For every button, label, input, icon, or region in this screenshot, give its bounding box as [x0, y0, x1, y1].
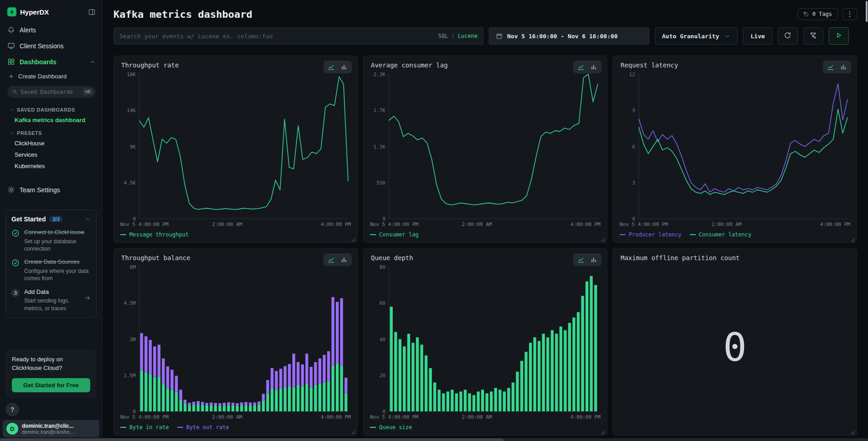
resize-handle[interactable] — [601, 429, 606, 434]
svg-text:4.5K: 4.5K — [124, 180, 136, 186]
throughput-rate-chart[interactable]: 04.5K9K14K18KNov 5 4:00:00 PM2:00:00 AM4… — [119, 71, 352, 229]
chevron-down-icon — [9, 108, 14, 113]
filter-bar: SQL | Lucene Nov 5 16:00:00 - Nov 6 16:0… — [113, 27, 857, 45]
consumer-lag-chart[interactable]: 05501.1K1.7K2.2KNov 5 4:00:00 PM2:00:00 … — [369, 71, 601, 229]
svg-text:6: 6 — [632, 144, 635, 150]
resize-handle[interactable] — [850, 236, 855, 241]
more-options-button[interactable]: ⋮ — [842, 8, 857, 20]
svg-text:Nov 5 4:00:00 PM: Nov 5 4:00:00 PM — [370, 414, 418, 420]
saved-dashboards-search-input[interactable] — [21, 89, 80, 95]
bar-chart-icon[interactable] — [340, 63, 348, 71]
line-chart-icon[interactable] — [328, 256, 335, 263]
granularity-select[interactable]: Auto Granularity — [655, 27, 738, 45]
sidebar-item-dashboards[interactable]: Dashboards — [0, 54, 102, 70]
lucene-option[interactable]: Lucene — [458, 33, 478, 39]
chart-toolbar — [823, 61, 851, 73]
get-started-free-button[interactable]: Get Started for Free — [12, 378, 90, 392]
user-menu[interactable]: D dominic.tran@clic... dominic.tran@clic… — [3, 420, 99, 437]
arrow-right-icon — [84, 295, 91, 301]
legend-dash — [177, 427, 183, 428]
resize-handle[interactable] — [351, 236, 356, 241]
filter-button[interactable] — [803, 27, 823, 45]
event-search[interactable]: SQL | Lucene — [113, 27, 483, 45]
legend-item: Byte in rate — [120, 424, 169, 431]
bar-chart-icon[interactable] — [590, 63, 597, 71]
chevron-up-icon[interactable] — [85, 216, 91, 222]
legend-item: Producer latency — [620, 231, 682, 238]
bar-chart-icon[interactable] — [840, 63, 847, 71]
bar-chart-icon[interactable] — [590, 256, 597, 263]
legend-dash — [690, 234, 696, 235]
horizontal-scrollbar-thumb[interactable] — [0, 438, 503, 441]
legend-item: Consumer latency — [690, 231, 752, 238]
line-chart-icon[interactable] — [328, 63, 335, 71]
svg-text:2:00:00 AM: 2:00:00 AM — [212, 221, 242, 227]
sidebar-item-clickhouse[interactable]: ClickHouse — [0, 138, 102, 149]
refresh-button[interactable] — [778, 27, 798, 45]
line-chart-icon[interactable] — [827, 63, 834, 71]
presets-section-header[interactable]: PRESETS — [0, 126, 102, 138]
get-started-step-connect[interactable]: Connect to ClickHouse Set up your databa… — [11, 229, 91, 252]
chart-legend: Consumer lag — [369, 229, 601, 240]
chart-svg: 04.5K9K14K18KNov 5 4:00:00 PM2:00:00 AM4… — [119, 71, 352, 229]
sidebar-item-client-sessions[interactable]: Client Sessions — [0, 38, 102, 54]
svg-text:1.5M: 1.5M — [124, 373, 136, 379]
sidebar-item-team-settings[interactable]: Team Settings — [0, 182, 102, 198]
svg-text:Nov 5 4:00:00 PM: Nov 5 4:00:00 PM — [120, 414, 169, 420]
line-chart-icon[interactable] — [577, 256, 585, 263]
help-button[interactable]: ? — [5, 403, 19, 416]
sql-option[interactable]: SQL — [438, 33, 448, 39]
resize-handle[interactable] — [351, 429, 356, 434]
vertical-scrollbar-thumb[interactable] — [866, 1, 868, 22]
panel-average-consumer-lag: Average consumer lag 05501.1K1.7K2.2KNov… — [363, 56, 607, 243]
tags-button[interactable]: 0 Tags — [797, 8, 838, 20]
request-latency-chart[interactable]: 036912Nov 5 4:00:00 PM2:00:00 AM4:00:00 … — [619, 71, 851, 229]
horizontal-scrollbar[interactable] — [0, 438, 868, 441]
event-search-input[interactable] — [119, 33, 434, 40]
sidebar-item-kubernetes[interactable]: Kubernetes — [0, 160, 102, 172]
svg-text:Nov 5 4:00:00 PM: Nov 5 4:00:00 PM — [370, 221, 418, 227]
bar-chart-icon[interactable] — [340, 256, 348, 263]
resize-handle[interactable] — [850, 429, 855, 434]
query-language-toggle[interactable]: SQL | Lucene — [438, 33, 478, 39]
resize-handle[interactable] — [601, 236, 606, 241]
panel-title: Throughput balance — [119, 254, 352, 262]
get-started-step-add-data[interactable]: 3 Add Data Start sending logs, metrics, … — [11, 288, 91, 312]
sidebar-item-alerts[interactable]: Alerts — [0, 22, 102, 38]
sidebar-item-services[interactable]: Services — [0, 149, 102, 160]
svg-text:9K: 9K — [130, 144, 136, 150]
line-chart-icon[interactable] — [577, 63, 585, 71]
queue-depth-chart[interactable]: 020406080Nov 5 4:00:00 PM2:00:00 AM4:00:… — [369, 263, 601, 421]
chart-svg: 01.5M3M4.5M6MNov 5 4:00:00 PM2:00:00 AM4… — [119, 263, 352, 421]
svg-text:550: 550 — [376, 180, 385, 186]
collapse-sidebar-icon[interactable] — [88, 8, 96, 16]
svg-text:20: 20 — [380, 373, 385, 379]
panel-queue-depth: Queue depth 020406080Nov 5 4:00:00 PM2:0… — [363, 248, 607, 436]
live-button[interactable]: Live — [743, 27, 772, 45]
svg-text:40: 40 — [380, 337, 385, 343]
svg-text:4:00:00 PM: 4:00:00 PM — [820, 221, 851, 227]
chart-toolbar — [573, 253, 601, 266]
date-range-picker[interactable]: Nov 5 16:00:00 - Nov 6 16:00:00 — [489, 27, 649, 45]
granularity-value: Auto Granularity — [662, 33, 719, 40]
saved-dashboards-section-header[interactable]: SAVED DASHBOARDS — [0, 103, 102, 114]
step-number-badge: 3 — [11, 289, 20, 297]
refresh-icon — [784, 31, 791, 41]
svg-text:18K: 18K — [127, 72, 136, 77]
throughput-balance-chart[interactable]: 01.5M3M4.5M6MNov 5 4:00:00 PM2:00:00 AM4… — [119, 263, 352, 421]
svg-text:Nov 5 4:00:00 PM: Nov 5 4:00:00 PM — [120, 221, 169, 227]
run-query-button[interactable] — [829, 27, 849, 45]
svg-text:4:00:00 PM: 4:00:00 PM — [570, 414, 601, 420]
create-dashboard-button[interactable]: Create Dashboard — [0, 70, 102, 83]
legend-item: Consumer lag — [370, 231, 419, 238]
saved-dashboards-search[interactable]: ⌘K — [7, 86, 96, 98]
brand-logo[interactable]: HyperDX — [7, 7, 49, 16]
sidebar-item-kafka-dashboard[interactable]: Kafka metrics dashboard — [0, 114, 102, 126]
panel-title: Queue depth — [369, 254, 601, 262]
panel-title: Throughput rate — [119, 62, 352, 69]
svg-text:2:00:00 AM: 2:00:00 AM — [711, 221, 742, 227]
get-started-step-sources[interactable]: Create Data Sources Configure where your… — [11, 258, 91, 282]
chevron-up-icon[interactable] — [89, 59, 96, 65]
main-content: Kafka metrics dashboard 0 Tags ⋮ SQL | — [103, 0, 868, 441]
chart-toolbar — [324, 253, 352, 266]
